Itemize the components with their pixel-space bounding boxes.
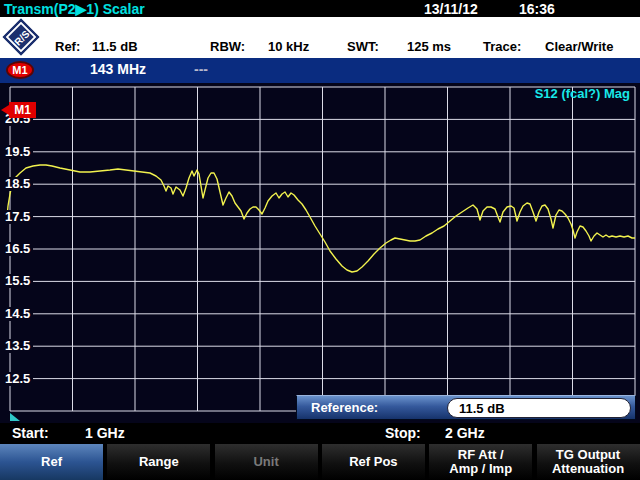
- rbw-value: 10 kHz: [268, 39, 309, 54]
- softkey-bar: RefRangeUnitRef PosRF Att /Amp / ImpTG O…: [0, 444, 640, 480]
- rbw-label: RBW:: [210, 39, 245, 54]
- softkey-ref[interactable]: Ref: [0, 444, 103, 480]
- swt-value: 125 ms: [407, 39, 451, 54]
- softkey-label: RF Att /: [458, 448, 504, 462]
- softkey-label: TG Output: [556, 448, 620, 462]
- time-display: 16:36: [519, 1, 555, 17]
- marker-m1-badge: M1: [6, 61, 34, 79]
- start-label: Start:: [12, 425, 49, 441]
- marker-offscreen-arrow-icon: [1, 105, 9, 115]
- trace-label: Trace:: [483, 39, 521, 54]
- start-value: 1 GHz: [85, 425, 125, 441]
- y-axis-tick-label: 13.5: [5, 339, 33, 353]
- reference-entry-label: Reference:: [311, 400, 378, 415]
- ref-label: Ref:: [55, 39, 80, 54]
- rs-logo-text: R/S: [0, 14, 45, 61]
- softkey-unit[interactable]: Unit: [215, 444, 318, 480]
- rs-logo-icon: R/S: [3, 19, 40, 56]
- ref-value: 11.5 dB: [92, 39, 138, 54]
- softkey-tg-output[interactable]: TG OutputAttenuation: [537, 444, 640, 480]
- softkey-label: Ref Pos: [349, 455, 397, 469]
- trace-value: Clear/Write: [545, 39, 613, 54]
- frequency-axis-row: Start: 1 GHz Stop: 2 GHz: [0, 423, 640, 444]
- y-axis-tick-label: 16.5: [5, 242, 33, 256]
- softkey-label: Unit: [253, 455, 278, 469]
- instrument-screen: Transm(P2▶1) Scalar 13/11/12 16:36 R/S R…: [0, 0, 640, 480]
- y-axis-tick-label: 19.5: [5, 145, 33, 159]
- y-axis-tick-label: 15.5: [5, 274, 33, 288]
- marker-m1-tag: M1: [9, 102, 36, 118]
- swt-label: SWT:: [347, 39, 379, 54]
- measurement-title: Transm(P2▶1) Scalar: [4, 1, 145, 17]
- title-bar: Transm(P2▶1) Scalar 13/11/12 16:36: [0, 0, 640, 17]
- softkey-label-line2: Amp / Imp: [449, 462, 512, 476]
- y-axis-tick-label: 17.5: [5, 210, 33, 224]
- chart-background: [0, 83, 640, 423]
- marker-frequency: 143 MHz: [90, 61, 146, 77]
- reference-input[interactable]: 11.5 dB: [447, 398, 631, 418]
- marker-value: ---: [194, 61, 208, 77]
- softkey-label: Ref: [41, 455, 62, 469]
- softkey-label-line2: Attenuation: [552, 462, 624, 476]
- softkey-ref-pos[interactable]: Ref Pos: [322, 444, 425, 480]
- y-axis-tick-label: 14.5: [5, 307, 33, 321]
- y-axis-tick-label: 18.5: [5, 177, 33, 191]
- trace-title: S12 (fcal?) Mag: [535, 86, 630, 101]
- stop-value: 2 GHz: [445, 425, 485, 441]
- softkey-rf-att[interactable]: RF Att /Amp / Imp: [429, 444, 532, 480]
- date-display: 13/11/12: [424, 1, 478, 17]
- reference-entry-panel: Reference: 11.5 dB: [296, 395, 636, 420]
- softkey-range[interactable]: Range: [107, 444, 210, 480]
- softkey-label: Range: [139, 455, 179, 469]
- stop-label: Stop:: [385, 425, 421, 441]
- y-axis-tick-label: 12.5: [5, 372, 33, 386]
- settings-strip: R/S Ref: 11.5 dB Att: 0 dB RBW: 10 kHz S…: [0, 17, 640, 58]
- marker-readout-bar: M1 143 MHz ---: [0, 58, 640, 83]
